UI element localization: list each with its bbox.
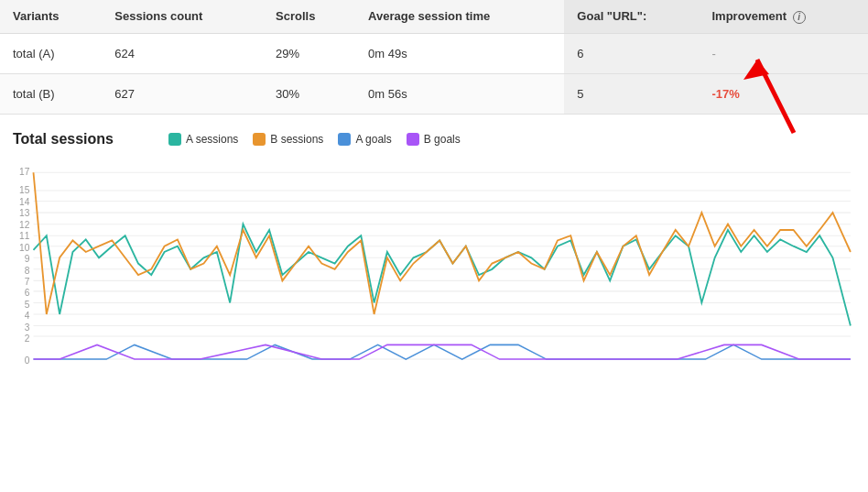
legend-label-b-sessions: B sessions — [270, 133, 323, 146]
col-header-sessions: Sessions count — [102, 0, 263, 33]
svg-text:2: 2 — [25, 333, 30, 344]
chart-container: 0 2 3 4 5 6 7 8 9 10 11 12 13 14 15 17 — [13, 168, 855, 378]
chart-svg: 0 2 3 4 5 6 7 8 9 10 11 12 13 14 15 17 — [13, 168, 855, 378]
svg-text:5: 5 — [25, 299, 30, 309]
legend-checkbox-b-goals[interactable] — [407, 133, 419, 146]
col-header-goal: Goal "URL": — [564, 0, 699, 33]
svg-text:10: 10 — [19, 242, 30, 252]
cell-improvement-b: -17% — [699, 73, 868, 114]
svg-text:0: 0 — [25, 355, 30, 366]
cell-improvement-a: - — [699, 33, 868, 73]
table-row: total (A) 624 29% 0m 49s 6 - — [0, 33, 868, 73]
svg-text:8: 8 — [25, 266, 30, 276]
svg-text:12: 12 — [19, 219, 30, 229]
cell-scrolls-b: 30% — [263, 73, 355, 114]
chart-legend: A sessions B sessions A goals B goals — [168, 133, 461, 146]
improvement-dash-a: - — [711, 47, 715, 60]
legend-item-a-goals[interactable]: A goals — [338, 133, 391, 146]
legend-label-a-goals: A goals — [355, 133, 391, 146]
legend-label-a-sessions: A sessions — [186, 133, 238, 146]
cell-sessions-b: 627 — [102, 73, 263, 114]
col-header-improvement: Improvement i — [699, 0, 868, 33]
line-b-sessions — [33, 172, 850, 314]
data-table: Variants Sessions count Scrolls Average … — [0, 0, 868, 115]
col-header-variants: Variants — [0, 0, 102, 33]
legend-item-b-goals[interactable]: B goals — [407, 133, 461, 146]
improvement-info-icon[interactable]: i — [793, 11, 806, 24]
svg-text:3: 3 — [25, 322, 30, 332]
legend-item-a-sessions[interactable]: A sessions — [168, 133, 238, 146]
col-header-scrolls: Scrolls — [263, 0, 355, 33]
legend-item-b-sessions[interactable]: B sessions — [253, 133, 323, 146]
cell-scrolls-a: 29% — [263, 33, 355, 73]
legend-checkbox-b-sessions[interactable] — [253, 133, 266, 146]
svg-text:13: 13 — [19, 208, 30, 218]
svg-text:4: 4 — [25, 311, 30, 321]
cell-sessions-a: 624 — [102, 33, 263, 73]
svg-text:9: 9 — [25, 254, 30, 264]
cell-variant-b: total (B) — [0, 73, 102, 114]
svg-text:15: 15 — [19, 185, 30, 195]
svg-text:17: 17 — [19, 168, 30, 177]
cell-avg-session-b: 0m 56s — [355, 73, 564, 114]
cell-variant-a: total (A) — [0, 33, 102, 73]
chart-section: Total sessions A sessions B sessions A g… — [0, 115, 868, 388]
svg-text:11: 11 — [19, 231, 30, 241]
legend-checkbox-a-goals[interactable] — [338, 133, 351, 146]
svg-text:14: 14 — [19, 196, 30, 206]
improvement-value-b: -17% — [711, 87, 739, 101]
line-a-goals — [33, 344, 850, 359]
chart-title: Total sessions — [13, 131, 114, 148]
col-header-avg-session: Average session time — [355, 0, 564, 33]
cell-goal-a: 6 — [564, 33, 699, 73]
table-row: total (B) 627 30% 0m 56s 5 -17% — [0, 73, 868, 114]
line-a-sessions — [33, 224, 850, 325]
cell-goal-b: 5 — [564, 73, 699, 114]
svg-text:7: 7 — [25, 276, 30, 286]
legend-label-b-goals: B goals — [424, 133, 461, 146]
cell-avg-session-a: 0m 49s — [355, 33, 564, 73]
svg-text:6: 6 — [25, 288, 30, 298]
legend-checkbox-a-sessions[interactable] — [168, 133, 181, 146]
